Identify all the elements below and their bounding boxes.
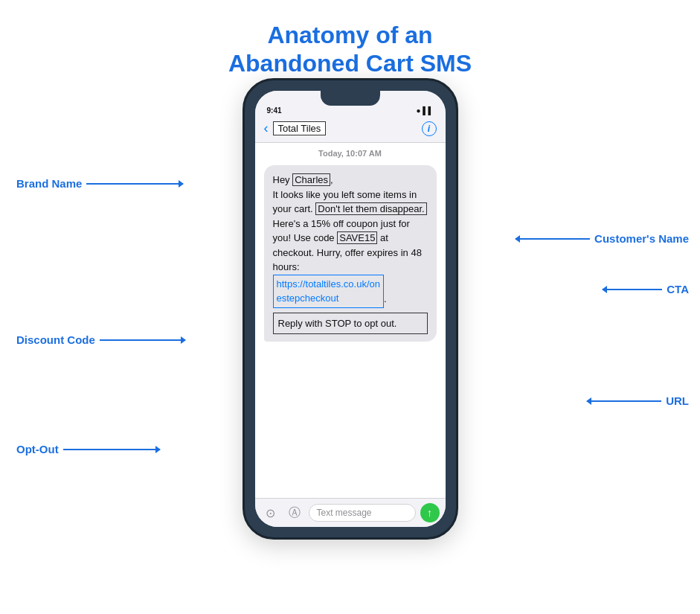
message-input[interactable]: Text message [309,504,416,522]
url-annotation: URL [587,394,689,407]
cta-highlight: Don't let them disappear. [315,202,426,215]
brand-name-label: Brand Name [16,177,82,190]
customer-name-highlight: Charles [292,173,330,186]
back-chevron-icon[interactable]: ‹ [264,121,269,136]
status-icons: ● ▌▌ [417,106,434,115]
url-highlight[interactable]: https://totaltiles.co.uk/onestepcheckout [273,275,384,308]
optout-arrowhead [155,446,161,453]
url-period: . [384,292,387,304]
customers-name-arrowhead [515,235,520,243]
cta-annotation: CTA [603,283,689,295]
url-arrow [587,400,661,402]
discount-code-highlight: SAVE15 [337,231,377,244]
phone-notch [321,91,380,106]
sms-bubble: Hey Charles,It looks like you left some … [264,165,437,342]
optout-arrow [63,449,160,450]
discount-code-label: Discount Code [16,333,95,346]
optout-label: Opt-Out [16,443,59,455]
input-bar: ⊙ Ⓐ Text message ↑ [255,498,446,527]
optout-highlight: Reply with STOP to opt out. [273,313,428,335]
sms-header: ‹ Total Tiles i [255,118,446,143]
cta-arrowhead [602,286,607,293]
camera-icon[interactable]: ⊙ [261,503,280,522]
customers-name-arrow [516,238,590,240]
status-time: 9:41 [267,106,282,115]
message-area: Today, 10:07 AM Hey Charles,It looks lik… [255,143,446,498]
phone-shell: 9:41 ● ▌▌ ‹ Total Tiles i Today, 10:07 A… [243,78,458,540]
discount-code-arrow [100,339,185,341]
page-title: Anatomy of an Abandoned Cart SMS [0,0,700,78]
discount-code-annotation: Discount Code [16,333,185,346]
info-icon[interactable]: i [422,121,437,136]
message-timestamp: Today, 10:07 AM [264,149,437,158]
title-line2: Abandoned Cart SMS [228,50,472,77]
brand-name-arrow [86,183,183,185]
optout-annotation: Opt-Out [16,443,160,455]
discount-code-arrowhead [181,336,186,344]
customers-name-label: Customer's Name [594,232,689,245]
brand-name-arrowhead [179,180,184,188]
title-line1: Anatomy of an [267,22,432,48]
message-greeting: Hey [273,174,293,185]
customers-name-annotation: Customer's Name [516,232,689,245]
app-icon[interactable]: Ⓐ [285,503,304,522]
url-label: URL [666,394,689,407]
send-button[interactable]: ↑ [420,503,440,522]
phone-mockup: 9:41 ● ▌▌ ‹ Total Tiles i Today, 10:07 A… [243,78,458,540]
url-arrowhead [586,397,591,405]
brand-name-display: Total Tiles [273,121,327,135]
cta-label: CTA [667,283,689,295]
brand-name-annotation: Brand Name [16,177,183,190]
phone-screen: 9:41 ● ▌▌ ‹ Total Tiles i Today, 10:07 A… [255,91,446,527]
cta-arrow [603,289,662,290]
